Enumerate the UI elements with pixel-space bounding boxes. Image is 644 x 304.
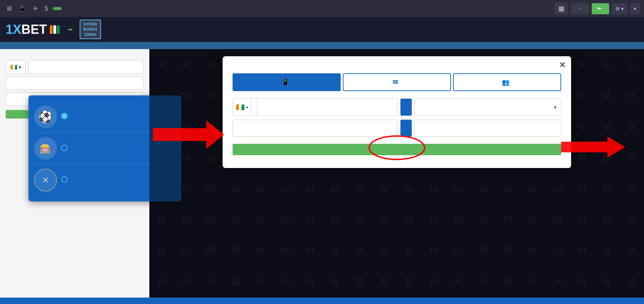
casino-icon-opt: 🎰 bbox=[34, 137, 57, 160]
bonus-bar bbox=[0, 42, 644, 49]
top-bar-right: ▦ → ✏ ⚙ ▾ ▾ bbox=[555, 2, 640, 15]
big-right-arrow bbox=[561, 136, 625, 159]
phone-input[interactable] bbox=[257, 99, 398, 116]
sidebar-currency-input[interactable] bbox=[6, 77, 144, 90]
annuler-icon: ✕ bbox=[34, 169, 57, 192]
logo-text: 1XBET bbox=[6, 22, 47, 37]
currency-select[interactable]: ▾ bbox=[415, 99, 561, 116]
sports-radio[interactable] bbox=[61, 113, 68, 119]
paris-en-direct bbox=[0, 298, 644, 304]
desktop-icon[interactable]: 🖥 bbox=[4, 4, 14, 14]
nav-en-direct[interactable] bbox=[118, 27, 127, 32]
logo-flag bbox=[50, 25, 60, 34]
currency-chevron: ▾ bbox=[554, 105, 557, 110]
confirm-button[interactable] bbox=[400, 120, 412, 137]
time-display: ▾ bbox=[630, 3, 640, 14]
svg-marker-1 bbox=[561, 136, 625, 158]
nav-casino-direct[interactable] bbox=[148, 27, 156, 32]
casino-radio[interactable] bbox=[61, 145, 68, 151]
tab-social[interactable]: 👥 bbox=[453, 73, 561, 91]
telegram-icon[interactable]: ✈ bbox=[31, 3, 39, 14]
modal-overlay: ✕ 📱 ✉ 👥 bbox=[149, 49, 644, 298]
nav-menu bbox=[108, 27, 638, 32]
confirm-input[interactable] bbox=[233, 120, 398, 137]
inscription-icon: ✏ bbox=[597, 6, 601, 11]
flag-chevron: ▾ bbox=[246, 105, 248, 109]
phone-form-row: 🇨🇮 ▾ ▾ bbox=[233, 98, 561, 116]
phone-flag-selector[interactable]: 🇨🇮 ▾ bbox=[233, 99, 251, 116]
send-sms-button[interactable] bbox=[400, 99, 412, 116]
registration-modal: ✕ 📱 ✉ 👥 bbox=[223, 56, 571, 168]
connect-icon: → bbox=[576, 6, 581, 11]
annuler-text bbox=[61, 176, 68, 184]
sidebar-country-input[interactable] bbox=[28, 61, 144, 74]
phone-prefix bbox=[251, 99, 257, 116]
bottom-section: ⚽ Tous ⚽ Football 🎾 Tennis bbox=[0, 298, 644, 304]
settings-button[interactable]: ⚙ ▾ bbox=[612, 3, 627, 14]
top-bar: 🖥 📱 ✈ $ ▦ → ✏ ⚙ ▾ ▾ bbox=[0, 0, 644, 17]
nav-promo[interactable] bbox=[128, 27, 137, 32]
nav-plus[interactable] bbox=[158, 27, 166, 32]
phone-input-group: 🇨🇮 ▾ bbox=[233, 98, 398, 116]
nav-paris-sportifs[interactable] bbox=[108, 27, 117, 32]
annuler-radio[interactable] bbox=[61, 176, 68, 183]
new-badge bbox=[68, 29, 73, 30]
left-sidebar: 🇨🇮▾ ⚽ 🎰 bbox=[0, 49, 149, 298]
register-button[interactable] bbox=[233, 144, 561, 155]
phone-tab-icon: 📱 bbox=[281, 78, 289, 86]
sidebar-flag-row: 🇨🇮▾ bbox=[6, 61, 144, 74]
main-content: 🇨🇮▾ ⚽ 🎰 bbox=[0, 49, 644, 298]
bg-area: // Generate M pattern const pattern = do… bbox=[149, 49, 644, 298]
hyper-bonus[interactable]: HYPERBONUS1000% bbox=[80, 20, 101, 39]
connect-button[interactable]: → bbox=[571, 3, 589, 14]
sports-text bbox=[61, 113, 68, 121]
modal-close-button[interactable]: ✕ bbox=[559, 61, 565, 70]
tab-phone[interactable]: 📱 bbox=[233, 73, 341, 91]
social-tab-icon: 👥 bbox=[502, 78, 510, 86]
mobile-icon[interactable]: 📱 bbox=[17, 3, 28, 14]
modal-tabs: 📱 ✉ 👥 bbox=[233, 73, 561, 91]
email-tab-icon: ✉ bbox=[393, 78, 398, 86]
inscription-button[interactable]: ✏ bbox=[592, 3, 609, 14]
confirm-input-group bbox=[233, 120, 398, 137]
sidebar-flag-select[interactable]: 🇨🇮▾ bbox=[6, 61, 26, 74]
top-bar-icons: 🖥 📱 ✈ $ bbox=[4, 3, 552, 14]
casino-text bbox=[61, 145, 68, 152]
tab-email[interactable]: ✉ bbox=[343, 73, 451, 91]
qr-button[interactable]: ▦ bbox=[555, 2, 568, 15]
nav-bar: 1XBET HYPERBONUS1000% bbox=[0, 17, 644, 42]
logo[interactable]: 1XBET bbox=[6, 22, 60, 37]
confirm-form-row bbox=[233, 120, 561, 137]
nav-casino[interactable] bbox=[138, 27, 147, 32]
register-btn-container bbox=[233, 140, 561, 155]
flag-emoji: 🇨🇮 bbox=[236, 103, 245, 111]
promo-input[interactable] bbox=[415, 120, 561, 137]
dollar-icon[interactable]: $ bbox=[43, 4, 49, 14]
sports-icon: ⚽ bbox=[34, 105, 57, 128]
bonus-badge[interactable] bbox=[53, 7, 62, 10]
